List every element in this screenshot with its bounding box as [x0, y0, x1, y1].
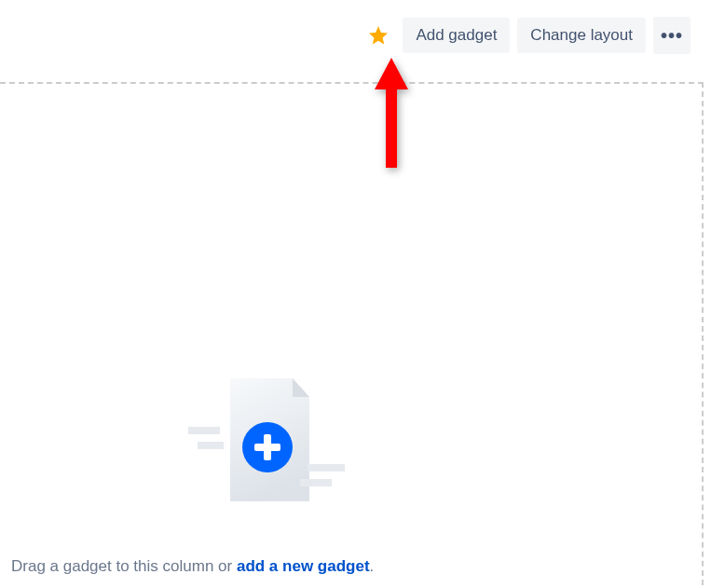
svg-rect-1	[198, 442, 224, 449]
empty-prefix: Drag a gadget to this column or	[11, 557, 237, 575]
svg-rect-5	[308, 464, 345, 472]
empty-state: Drag a gadget to this column or add a ne…	[0, 371, 702, 576]
toolbar: Add gadget Change layout •••	[0, 0, 711, 71]
empty-state-text: Drag a gadget to this column or add a ne…	[11, 557, 702, 576]
more-icon: •••	[661, 25, 683, 47]
svg-rect-4	[254, 444, 280, 451]
favorite-button[interactable]	[362, 19, 395, 52]
empty-suffix: .	[370, 557, 375, 575]
add-new-gadget-link[interactable]: add a new gadget	[237, 557, 370, 575]
star-icon	[367, 24, 390, 47]
add-gadget-button[interactable]: Add gadget	[403, 18, 510, 53]
more-actions-button[interactable]: •••	[653, 17, 690, 54]
change-layout-button[interactable]: Change layout	[517, 18, 646, 53]
empty-gadget-illustration	[188, 371, 347, 520]
svg-rect-0	[188, 427, 220, 434]
svg-rect-6	[300, 479, 332, 486]
gadget-drop-column[interactable]: Drag a gadget to this column or add a ne…	[0, 82, 704, 585]
